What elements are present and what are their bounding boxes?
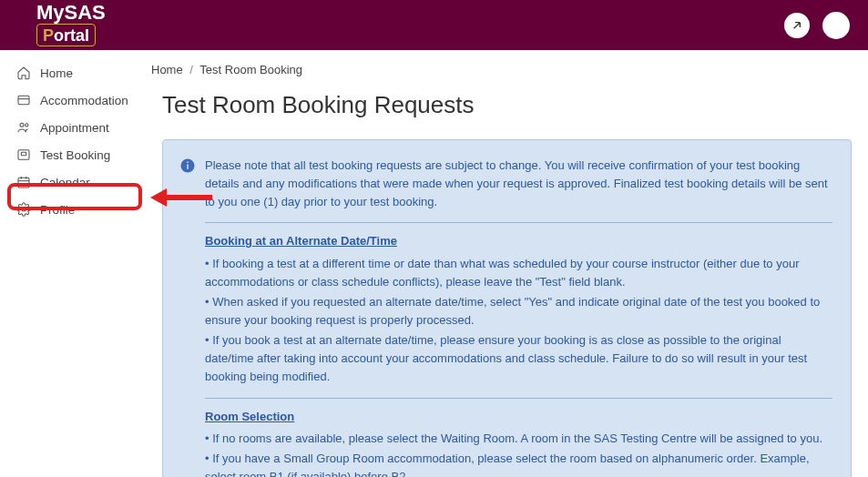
avatar[interactable] [822,12,850,39]
breadcrumb: Home / Test Room Booking [151,63,852,76]
svg-rect-5 [21,152,26,155]
sidebar-item-label: Profile [40,203,75,217]
svg-point-2 [20,123,24,127]
info-bullet: • If you book a test at an alternate dat… [205,331,832,386]
info-bullet: • If booking a test at a different time … [205,255,832,291]
sidebar-item-label: Test Booking [40,148,110,162]
sidebar-item-test-booking[interactable]: Test Booking [0,141,146,168]
info-divider [205,398,832,399]
info-section-1-title: Booking at an Alternate Date/Time [205,232,832,250]
svg-point-3 [26,124,28,127]
info-divider [205,222,832,223]
svg-point-10 [22,208,26,211]
info-bullet: • If no rooms are available, please sele… [205,430,832,448]
calendar-icon [16,175,31,189]
svg-rect-6 [18,178,29,188]
sidebar-item-calendar[interactable]: Calendar [0,168,146,196]
sidebar-item-label: Home [40,66,73,80]
accommodation-icon [16,93,31,107]
info-bullet: • When asked if you requested an alterna… [205,293,832,330]
info-intro: Please note that all test booking reques… [205,157,832,211]
sidebar: Home Accommodation Appointment Test Book… [0,50,146,477]
breadcrumb-root[interactable]: Home [151,63,183,76]
svg-rect-0 [18,96,29,104]
home-icon [16,66,31,80]
appointment-icon [16,120,31,135]
topbar: MySAS Portal [0,0,868,50]
breadcrumb-separator: / [189,63,193,76]
sidebar-item-home[interactable]: Home [0,59,146,86]
sidebar-item-label: Calendar [40,176,90,189]
svg-rect-14 [187,165,189,169]
breadcrumb-leaf: Test Room Booking [199,63,302,76]
info-card: Please note that all test booking reques… [162,139,852,477]
info-bullet: • If you have a Small Group Room accommo… [205,450,832,477]
external-link-icon [790,18,804,33]
svg-rect-15 [187,162,189,164]
test-booking-icon [16,147,31,162]
info-icon [179,157,196,174]
external-link-button[interactable] [784,13,810,38]
gear-icon [16,202,31,217]
info-section-2-title: Room Selection [205,408,832,426]
sidebar-item-label: Accommodation [40,94,128,107]
sidebar-item-accommodation[interactable]: Accommodation [0,86,146,114]
page-title: Test Room Booking Requests [162,91,852,119]
logo: MySAS Portal [36,4,106,46]
info-body: Please note that all test booking reques… [205,157,832,477]
main-content: Home / Test Room Booking Test Room Booki… [146,50,868,477]
sidebar-item-profile[interactable]: Profile [0,196,146,223]
svg-rect-4 [18,150,29,160]
sidebar-item-label: Appointment [40,121,109,135]
sidebar-item-appointment[interactable]: Appointment [0,114,146,141]
